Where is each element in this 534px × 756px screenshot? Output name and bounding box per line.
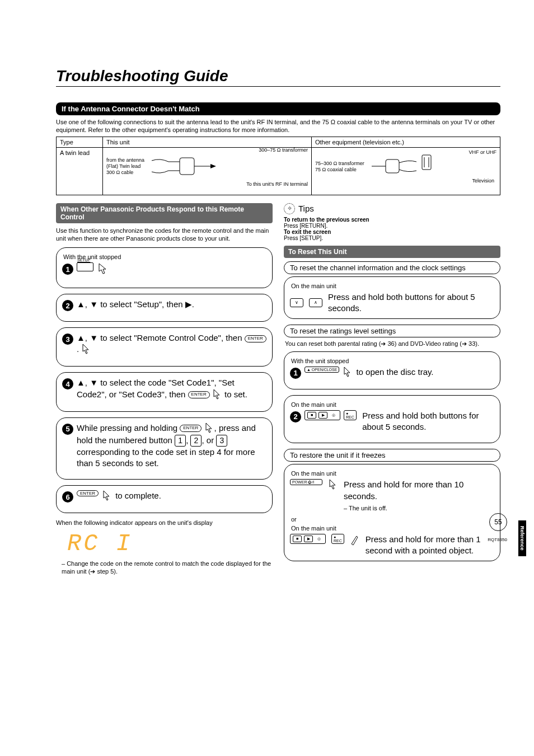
indicator-note: – Change the code on the remote control … [62, 560, 273, 576]
ch-down-icon: ∨ [290, 298, 303, 307]
enter-button-icon: ENTER [188, 391, 210, 398]
step-number-3: 3 [62, 334, 73, 345]
cursor-icon [97, 262, 108, 278]
cursor-icon [81, 344, 91, 354]
page-number: 55 [489, 513, 507, 531]
open-close-button-icon: ▲ OPEN/CLOSE [305, 367, 339, 373]
manual-page: Troubleshooting Guide If the Antenna Con… [0, 0, 534, 598]
remote-intro: Use this function to synchronize the cod… [56, 227, 273, 243]
stop-btn-icon: ■ [307, 412, 316, 419]
remote-step-1: 1 SETUP [62, 262, 266, 278]
enter-button-icon: ENTER [245, 335, 266, 342]
reset1-body: Press and hold both buttons for about 5 … [328, 292, 494, 314]
remote-section-heading: When Other Panasonic Products Respond to… [56, 203, 273, 223]
svg-rect-3 [422, 155, 431, 170]
tips-exit-head: To exit the screen [284, 229, 500, 235]
enter-button-icon: ENTER [77, 490, 99, 496]
tips-return-body: Press [RETURN]. [284, 223, 500, 229]
step4-text: ▲, ▼ to select the code "Set Code1", "Se… [77, 377, 266, 401]
remote-step-6: 6 ENTER to complete. [62, 490, 266, 503]
antenna-table: Type This unit Other equipment (televisi… [56, 137, 500, 195]
step-number-6: 6 [62, 491, 73, 503]
reset-channel-group: On the main unit ∨ ∧ Press and hold both… [284, 276, 500, 320]
footer-code: RQT8850 [488, 537, 507, 542]
step-number-1: 1 [62, 264, 73, 275]
step6-text: to complete. [115, 490, 161, 501]
side-tab-reference: Reference [518, 520, 526, 556]
reset-section-heading: To Reset This Unit [284, 246, 500, 258]
television-label: Television [472, 178, 494, 184]
reset-freeze-group: On the main unit POWER ⏻/I Press and hol… [284, 464, 500, 561]
step5-text: While pressing and holding ENTER , press… [77, 422, 266, 469]
enter-button-icon: ENTER [180, 425, 202, 432]
svg-rect-2 [386, 159, 399, 173]
svg-rect-0 [180, 158, 194, 175]
transformer-diagram-other: VHF or UHF Television [369, 149, 496, 184]
table-head-this-unit: This unit [103, 137, 312, 147]
reset1-caption: On the main unit [291, 283, 494, 289]
remote-step-3: 3 ▲, ▼ to select "Remote Control Code", … [62, 332, 266, 356]
remote-step-4: 4 ▲, ▼ to select the code "Set Code1", "… [62, 377, 266, 401]
reset-ratings-head: To reset the ratings level settings [284, 325, 500, 337]
antenna-intro-text: Use one of the following connections to … [56, 119, 500, 134]
lightbulb-icon: ✧ [284, 203, 295, 214]
setup-button-icon: SETUP [77, 262, 93, 271]
power-button-icon: POWER ⏻/I [290, 479, 322, 485]
other-labels-left: 75–300 Ω transformer 75 Ω coaxial cable [315, 161, 364, 173]
tips-heading: ✧ Tips [284, 203, 500, 214]
cursor-icon [102, 490, 112, 503]
cursor-icon [204, 423, 214, 433]
table-row-label: A twin lead [57, 147, 103, 195]
reset-freeze-head: To restore the unit if it freezes [284, 449, 500, 462]
step3-text: ▲, ▼ to select "Remote Control Code", th… [77, 332, 266, 356]
cursor-icon [343, 367, 353, 379]
transformer-label: 300–75 Ω transformer [259, 147, 308, 153]
reset-ratings-step2: On the main unit 2 ■ ▶ ◎ ● REC Press and… [284, 395, 500, 444]
numkey-1: 1 [175, 435, 186, 447]
rec-button-icon: ● REC [344, 410, 357, 420]
page-title: Troubleshooting Guide [56, 67, 500, 85]
table-head-type: Type [57, 137, 103, 147]
remote-step-2: 2 ▲, ▼ to select "Setup", then ▶. [62, 299, 266, 311]
tips-exit-body: Press [SETUP]. [284, 235, 500, 241]
rec-button-icon: ● REC [331, 534, 344, 544]
step-number-5: 5 [62, 424, 73, 435]
table-cell-this-unit: from the antenna (Flat) Twin lead 300 Ω … [103, 147, 312, 195]
transformer-diagram-this-unit: 300–75 Ω transformer To this unit's RF I… [149, 149, 308, 184]
step-number-1: 1 [290, 368, 301, 379]
unit-front-panel-icon: ■ ▶ ◎ [305, 410, 340, 420]
pointed-object-icon [350, 534, 360, 548]
table-cell-other: 75–300 Ω transformer 75 Ω coaxial cable [312, 147, 500, 195]
table-head-other: Other equipment (television etc.) [312, 137, 500, 147]
ch-up-icon: ∧ [309, 298, 322, 307]
title-rule [56, 86, 500, 87]
cursor-icon [328, 479, 338, 493]
indicator-line: When the following indicator appears on … [56, 519, 273, 527]
numkey-2: 2 [190, 435, 202, 447]
remote-step-5: 5 While pressing and holding ENTER , pre… [62, 422, 266, 469]
twin-lead-labels: from the antenna (Flat) Twin lead 300 Ω … [106, 157, 144, 175]
reset-channel-head: To reset the channel information and the… [284, 261, 500, 274]
step1-caption: With the unit stopped [63, 253, 266, 260]
vhf-uhf-label: VHF or UHF [469, 149, 497, 156]
reset2-intro: You can reset both parental rating (➔ 36… [285, 340, 500, 348]
rf-in-label: To this unit's RF IN terminal [246, 181, 308, 187]
numkey-3: 3 [216, 435, 227, 447]
play-btn-icon: ▶ [318, 412, 327, 419]
antenna-section-heading: If the Antenna Connector Doesn't Match [56, 102, 500, 115]
step2-text: ▲, ▼ to select "Setup", then ▶. [77, 299, 194, 310]
tips-return-head: To return to the previous screen [284, 217, 500, 223]
dot-icon: ◎ [330, 412, 338, 418]
step-number-2: 2 [290, 411, 301, 422]
unit-display-indicator: RC I [67, 530, 273, 557]
step-number-2: 2 [62, 300, 73, 311]
unit-front-panel-icon: ■ ▶ ◎ [290, 534, 326, 544]
svg-marker-1 [210, 164, 216, 168]
step-number-4: 4 [62, 378, 73, 389]
cursor-icon [212, 389, 222, 399]
reset-ratings-step1: With the unit stopped 1 ▲ OPEN/CLOSE to … [284, 351, 500, 389]
